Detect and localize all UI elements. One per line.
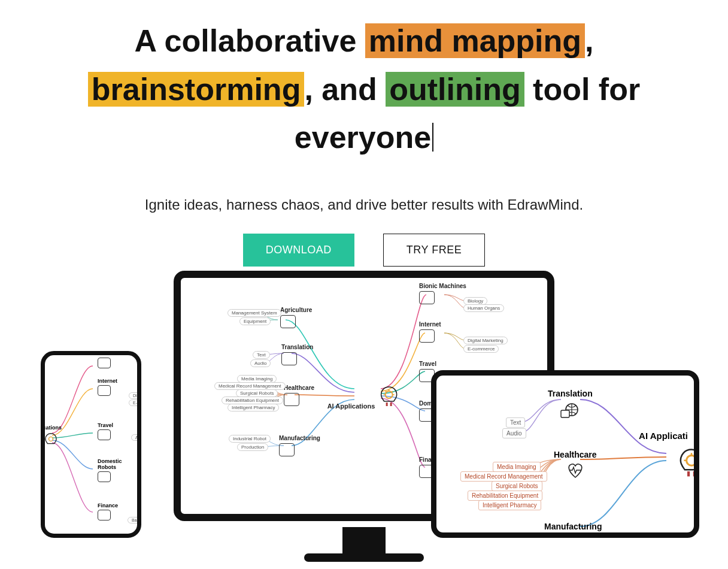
svg-rect-8 [561, 410, 569, 417]
leaf: Intelligent Pharmacy [478, 500, 541, 510]
headline-highlight-brainstorming: brainstorming [88, 72, 305, 107]
leaf: Equipment [239, 317, 271, 325]
globe-icon [281, 352, 297, 365]
phone-center: ications [41, 425, 62, 431]
leaf: Intelligent Pharmacy [228, 404, 279, 411]
code-window-icon [419, 329, 435, 343]
leaf: Human Organs [463, 304, 504, 312]
leaf: Surgical Robots [492, 481, 542, 491]
robot-small-icon [98, 471, 111, 482]
leaf: Bank [128, 517, 141, 523]
svg-rect-1 [386, 402, 387, 406]
tablet-node-manufacturing: Manufacturing [544, 522, 602, 531]
robot-icon [98, 358, 111, 368]
camera-icon [98, 429, 111, 440]
mindmap-center-label: AI Applications [327, 402, 375, 410]
svg-point-4 [687, 455, 697, 465]
heart-pulse-icon [565, 462, 586, 480]
leaf: Audio [502, 428, 526, 438]
node-bionic: Bionic Machines [419, 283, 466, 304]
phone-node-travel: Travel [98, 422, 113, 440]
leaf: E-commerce [463, 345, 499, 353]
lightbulb-icon [43, 432, 59, 449]
leaf: Medical Record Management [460, 471, 547, 482]
leaf: Audio [250, 359, 271, 367]
leaf: Industrial Robot [229, 435, 271, 443]
leaf: Text [506, 417, 525, 428]
phone-node-finance: Finance [98, 503, 118, 520]
svg-point-3 [49, 437, 53, 441]
try-free-button[interactable]: TRY FREE [383, 234, 485, 267]
typing-cursor-icon [432, 123, 433, 152]
leaf: Media Imaging [493, 462, 541, 472]
headline-pre: A collaborative [134, 23, 365, 58]
lightbulb-icon [675, 446, 699, 480]
node-manufacturing: Manufacturing [279, 435, 320, 456]
hero-headline: A collaborative mind mapping, brainstorm… [20, 17, 708, 162]
phone-node [98, 356, 111, 368]
leaf: Rehabilitation Equipment [468, 491, 542, 501]
tablet-node-translation: Translation [548, 389, 593, 419]
gear-box-icon [279, 443, 295, 456]
svg-rect-2 [390, 402, 392, 406]
cta-row: DOWNLOAD TRY FREE [0, 234, 728, 267]
leaf: Text [253, 351, 270, 359]
leaf: Digital Marketing [463, 337, 508, 344]
globe-icon [560, 401, 580, 419]
heart-pulse-icon [284, 393, 299, 406]
leaf: Management System [228, 309, 281, 317]
hero-subhead: Ignite ideas, harness chaos, and drive b… [0, 196, 728, 213]
leaf: A [131, 434, 141, 441]
phone-node-domestic: Domestic Robots [98, 458, 137, 482]
tablet-center: AI Applicati [639, 431, 688, 441]
headline-highlight-outlining: outlining [386, 72, 524, 107]
tablet-device: AI Applicati Translation Text Audio Heal… [431, 370, 699, 538]
mindmap-center-node: AI Applications [327, 382, 401, 410]
code-window-icon [98, 385, 111, 396]
lightbulb-icon [377, 385, 401, 408]
svg-rect-6 [693, 471, 696, 476]
phone-device: ications Internet Di E-co Travel A Domes… [41, 351, 141, 538]
leaf: E-co [129, 399, 141, 406]
node-healthcare: Healthcare [284, 385, 314, 406]
leaf: Production [237, 443, 268, 451]
device-mockups: AI Applications Agriculture Management S… [0, 264, 728, 563]
node-internet: Internet [419, 321, 441, 343]
download-button[interactable]: DOWNLOAD [243, 234, 354, 267]
node-translation: Translation [281, 344, 313, 365]
wallet-icon [98, 510, 111, 520]
node-agriculture: Agriculture [280, 307, 312, 328]
phone-node-internet: Internet [98, 378, 117, 396]
house-sun-icon [280, 315, 296, 328]
robot-icon [419, 291, 435, 304]
tablet-node-healthcare: Healthcare [554, 450, 597, 480]
leaf: Di [129, 392, 141, 399]
monitor-stand [342, 527, 386, 555]
headline-sep1: , [585, 23, 593, 58]
headline-highlight-mindmapping: mind mapping [365, 23, 585, 58]
monitor-base [304, 553, 424, 562]
headline-sep2: , and [304, 72, 386, 107]
svg-rect-5 [687, 471, 690, 476]
